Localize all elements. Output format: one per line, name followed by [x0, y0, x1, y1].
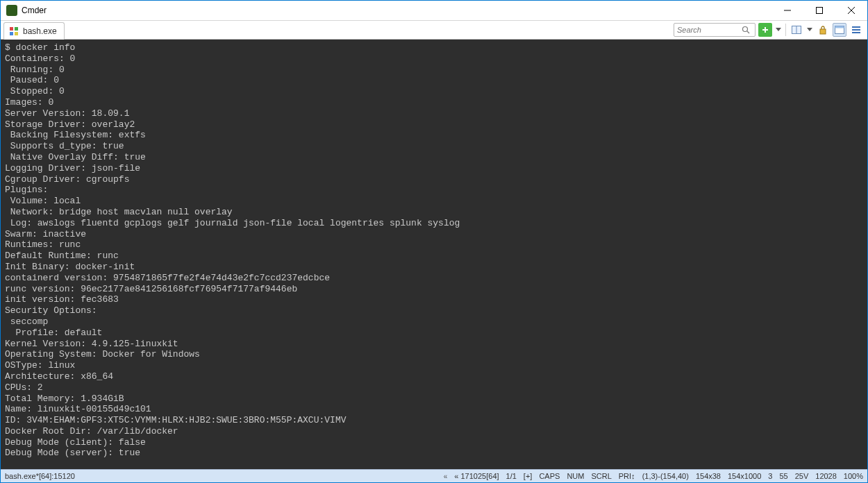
status-plus: [+] [524, 472, 533, 480]
status-prev-icon[interactable]: « [444, 473, 448, 480]
status-process: bash.exe*[64]:15120 [5, 472, 75, 480]
status-pages: 1/1 [506, 472, 517, 480]
prompt-line: $ docker info [5, 42, 75, 53]
window-title: Cmder [22, 6, 47, 15]
panel-view-icon[interactable] [833, 23, 846, 37]
svg-rect-7 [15, 32, 18, 35]
status-scrl: SCRL [591, 472, 611, 480]
app-icon [6, 5, 17, 16]
status-c3: 25V [795, 472, 809, 480]
toolbar-separator [785, 24, 786, 36]
status-c2: 55 [779, 472, 787, 480]
new-console-button[interactable] [758, 23, 772, 37]
lock-icon[interactable] [816, 23, 830, 37]
status-bar: bash.exe*[64]:15120 « « 171025[64] 1/1 [… [1, 469, 867, 482]
status-pid: 12028 [815, 472, 837, 480]
toolbar [669, 21, 867, 39]
split-dropdown[interactable] [806, 23, 813, 37]
status-caps: CAPS [539, 472, 560, 480]
maximize-button[interactable] [803, 1, 835, 20]
svg-marker-12 [776, 28, 781, 31]
svg-marker-15 [807, 28, 812, 31]
svg-line-9 [747, 31, 749, 33]
svg-rect-18 [835, 26, 844, 28]
close-button[interactable] [835, 1, 867, 20]
new-console-dropdown[interactable] [775, 23, 782, 37]
tab-icon [8, 26, 19, 37]
search-icon[interactable] [740, 26, 752, 34]
search-input[interactable] [674, 26, 740, 34]
terminal-lines: Containers: 0 Running: 0 Paused: 0 Stopp… [5, 53, 460, 459]
svg-rect-16 [820, 29, 826, 34]
minimize-button[interactable] [771, 1, 803, 20]
svg-rect-5 [15, 27, 18, 31]
status-c1: 3 [768, 472, 772, 480]
status-viewport: 154x38 [696, 472, 721, 480]
status-buffer-id: « 171025[64] [454, 472, 499, 480]
search-box[interactable] [674, 23, 756, 37]
tab-bash[interactable]: bash.exe [3, 22, 65, 40]
split-icon[interactable] [790, 23, 803, 37]
svg-rect-4 [10, 27, 13, 31]
app-window: Cmder bash.exe [0, 0, 868, 483]
status-screenbuf: 154x1000 [728, 472, 761, 480]
svg-rect-1 [817, 8, 823, 14]
svg-rect-6 [10, 32, 13, 35]
status-num: NUM [567, 472, 584, 480]
status-cursor: (1,3)-(154,40) [642, 472, 689, 480]
title-bar: Cmder [1, 1, 867, 21]
tab-label: bash.exe [23, 26, 57, 36]
menu-icon[interactable] [849, 23, 863, 37]
terminal-output[interactable]: $ docker info Containers: 0 Running: 0 P… [1, 40, 867, 469]
tab-bar: bash.exe [1, 21, 867, 40]
status-zoom: 100% [844, 472, 863, 480]
status-pri: PRI↕ [619, 472, 635, 480]
svg-point-8 [743, 27, 748, 32]
